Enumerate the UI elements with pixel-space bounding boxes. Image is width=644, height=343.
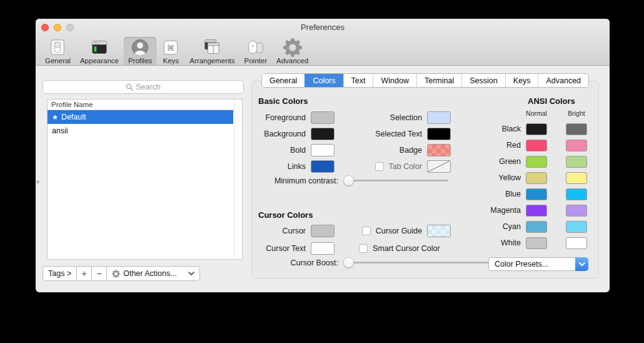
slider-knob[interactable] [343, 257, 354, 268]
ansi-white-normal-well[interactable] [526, 237, 547, 249]
add-profile-button[interactable]: + [77, 266, 92, 281]
toolbar-item-arrangements[interactable]: Arrangements [185, 37, 239, 65]
ansi-black-normal-well[interactable] [526, 123, 547, 135]
slider-knob[interactable] [343, 175, 354, 186]
ansi-label: Green [499, 157, 521, 166]
ansi-black-bright-well[interactable] [566, 123, 587, 135]
mouse-pointer-icon [246, 38, 265, 57]
ansi-white-bright-well[interactable] [566, 237, 587, 249]
links-label: Links [288, 162, 306, 171]
ansi-label: Black [501, 125, 521, 133]
ansi-cyan-normal-well[interactable] [526, 221, 547, 233]
search-placeholder: Search [136, 83, 161, 91]
profile-table-header: Profile Name [48, 100, 242, 110]
profile-table-scrollbar[interactable] [234, 100, 242, 259]
default-star-icon: ★ [52, 113, 58, 121]
cursor-guide-color-well[interactable] [427, 225, 451, 237]
ansi-colors-title: ANSI Colors [528, 96, 575, 106]
general-switch-icon [48, 38, 67, 57]
selected-text-row: Selected Text [314, 128, 451, 140]
other-actions-dropdown[interactable]: Other Actions... [107, 266, 199, 281]
settings-tab-bar: General Colors Text Window Terminal Sess… [255, 73, 595, 88]
ansi-normal-header: Normal [526, 110, 547, 117]
tab-colors[interactable]: Colors [304, 74, 343, 87]
preferences-toolbar: General × Appearance Profiles [36, 36, 610, 66]
toolbar-item-profiles[interactable]: Profiles [124, 37, 156, 65]
ansi-label: Blue [505, 190, 521, 198]
toolbar-item-general[interactable]: General [41, 37, 75, 65]
tags-button[interactable]: Tags > [43, 266, 77, 281]
toolbar-item-appearance[interactable]: × Appearance [76, 37, 123, 65]
remove-profile-button[interactable]: − [92, 266, 107, 281]
minimum-contrast-slider[interactable] [343, 175, 448, 186]
color-presets-label: Color Presets... [489, 260, 575, 269]
ansi-row-yellow: Yellow [458, 172, 587, 184]
ansi-magenta-normal-well[interactable] [526, 205, 547, 217]
tab-color-row: Tab Color [314, 160, 451, 173]
ansi-yellow-bright-well[interactable] [566, 172, 587, 184]
ansi-yellow-normal-well[interactable] [526, 172, 547, 184]
cursor-guide-checkbox[interactable] [362, 227, 371, 235]
badge-row: Badge [314, 144, 451, 156]
profile-row-ansii[interactable]: ansii [48, 124, 233, 138]
tab-keys[interactable]: Keys [505, 74, 538, 87]
toolbar-item-keys[interactable]: ⌘ Keys [157, 37, 184, 65]
svg-text:⌘: ⌘ [167, 44, 174, 53]
ansi-magenta-bright-well[interactable] [566, 205, 587, 217]
tab-window[interactable]: Window [373, 74, 416, 87]
selection-color-well[interactable] [427, 111, 451, 124]
selected-text-color-well[interactable] [427, 128, 451, 140]
profile-name: Default [61, 113, 86, 121]
toolbar-label: General [45, 57, 71, 64]
ansi-row-blue: Blue [458, 188, 587, 200]
splitter-handle-dot[interactable] [36, 180, 39, 183]
tab-content-panel: Basic Colors Foreground Background Bold … [251, 81, 599, 279]
tab-terminal[interactable]: Terminal [416, 74, 461, 87]
profiles-person-icon [131, 38, 149, 57]
color-presets-dropdown[interactable]: Color Presets... [488, 257, 588, 271]
smart-cursor-checkbox[interactable] [359, 244, 368, 253]
foreground-label: Foreground [265, 113, 306, 122]
tab-general[interactable]: General [262, 74, 304, 87]
tab-text[interactable]: Text [343, 74, 373, 87]
ansi-label: Red [506, 141, 521, 150]
ansi-row-cyan: Cyan [458, 220, 587, 233]
ansi-label: Cyan [503, 222, 521, 231]
tab-session[interactable]: Session [461, 74, 505, 87]
profile-row-default[interactable]: ★Default [48, 110, 233, 124]
ansi-green-normal-well[interactable] [526, 156, 547, 168]
title-bar: Preferences [36, 19, 610, 36]
ansi-green-bright-well[interactable] [566, 156, 587, 168]
cursor-text-color-well[interactable] [311, 242, 335, 255]
toolbar-item-advanced[interactable]: Advanced [272, 37, 313, 65]
window-title: Preferences [36, 23, 610, 32]
badge-color-well[interactable] [427, 144, 451, 156]
ansi-blue-bright-well[interactable] [566, 188, 587, 200]
ansi-cyan-bright-well[interactable] [566, 221, 587, 233]
minus-icon: − [97, 269, 102, 279]
search-input[interactable]: Search [43, 80, 244, 94]
cursor-label: Cursor [282, 227, 306, 235]
cursor-colors-title: Cursor Colors [258, 210, 313, 220]
toolbar-item-pointer[interactable]: Pointer [240, 37, 271, 65]
tab-color-label: Tab Color [389, 162, 423, 171]
toolbar-label: Profiles [128, 57, 152, 64]
cursor-text-row: Cursor Text [258, 242, 335, 255]
toolbar-label: Arrangements [189, 57, 234, 64]
ansi-red-bright-well[interactable] [566, 140, 587, 151]
cursor-boost-label: Cursor Boost: [258, 259, 338, 267]
tab-color-checkbox[interactable] [375, 162, 384, 171]
smart-cursor-label: Smart Cursor Color [373, 244, 440, 253]
tab-color-well[interactable] [427, 160, 451, 173]
slider-track [343, 180, 448, 182]
ansi-row-magenta: Magenta [458, 204, 587, 217]
tab-advanced[interactable]: Advanced [538, 74, 588, 87]
selection-label: Selection [390, 113, 422, 122]
cursor-guide-label: Cursor Guide [376, 227, 422, 235]
ansi-blue-normal-well[interactable] [526, 188, 547, 200]
other-actions-label: Other Actions... [123, 269, 176, 278]
profile-table: Profile Name ★Default ansii [47, 99, 243, 260]
toolbar-label: Appearance [80, 57, 119, 64]
ansi-red-normal-well[interactable] [526, 140, 547, 151]
bold-label: Bold [290, 146, 306, 155]
